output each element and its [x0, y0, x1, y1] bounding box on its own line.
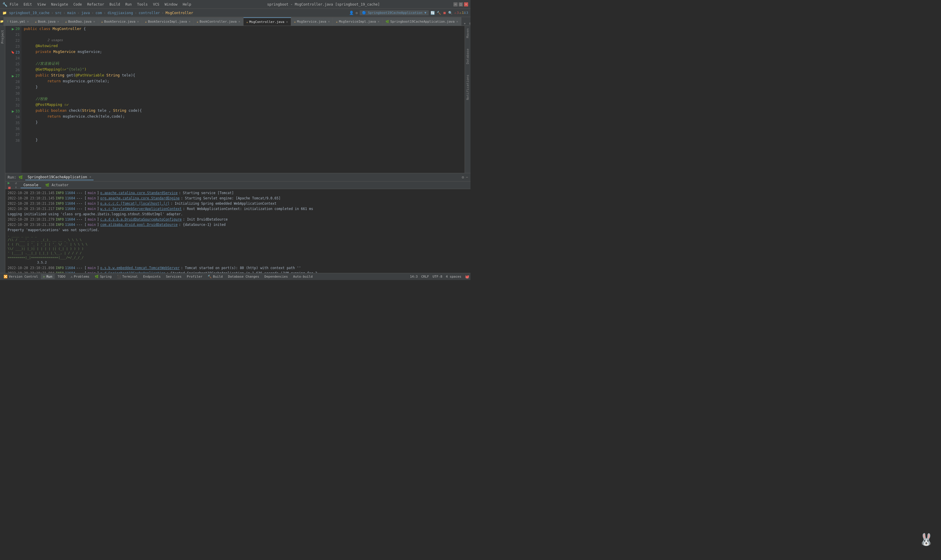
vcs-icon: 🔀 [3, 275, 8, 278]
line-ending[interactable]: CRLF [421, 275, 429, 278]
code-line-30 [24, 90, 462, 96]
search-icon[interactable]: 🔍 [448, 11, 452, 15]
menu-view[interactable]: View [35, 2, 48, 7]
breadcrumb-pkg[interactable]: dingjiaxiong [108, 11, 133, 15]
database-changes-button[interactable]: Database Changes [226, 274, 261, 279]
java-icon-3: ☕ [145, 20, 147, 23]
maven-panel-label[interactable]: Maven [465, 26, 470, 40]
problems-button[interactable]: ⚠ Problems [68, 274, 92, 279]
tab-bookcontroller-java[interactable]: ☕ BookController.java × [194, 17, 243, 26]
tab-close-8[interactable]: × [378, 20, 379, 23]
tab-msgcontroller-java[interactable]: ☕ MsgController.java × [243, 17, 291, 26]
tab-bookserviceimpl-java[interactable]: ☕ BookServiceImpl.java × [142, 17, 194, 26]
refresh-icon[interactable]: 🔄 [431, 11, 435, 15]
console-tab-console[interactable]: Console [21, 182, 42, 188]
run-button[interactable]: ▶ Run [41, 274, 55, 279]
console-output[interactable]: 2022-10-20 23:10:21.145 INFO 11604 --- [… [5, 189, 470, 273]
menu-refactor[interactable]: Refactor [85, 2, 106, 7]
run-settings-icon[interactable]: ⚙ [462, 175, 464, 179]
tab-application-yml[interactable]: Y tion.yml × [4, 17, 32, 26]
indent-settings[interactable]: 4 spaces [446, 275, 461, 278]
console-run-icon[interactable]: ▶ [8, 181, 11, 185]
minimize-button[interactable]: ─ [454, 2, 458, 6]
breadcrumb-class[interactable]: MsgController [166, 11, 193, 15]
cursor-position[interactable]: 14:3 [410, 275, 418, 278]
run-config-dropdown[interactable]: 🔵 Springboot19CacheApplication ▼ [360, 10, 429, 15]
menu-edit[interactable]: Edit [21, 2, 34, 7]
tab-bookservice-java[interactable]: ☕ BookService.java × [98, 17, 142, 26]
code-line-25: //发送验证码 [24, 61, 462, 66]
tab-close-6[interactable]: × [286, 20, 288, 23]
run-close-icon[interactable]: × [89, 175, 91, 178]
dependencies-button[interactable]: Dependencies [262, 274, 290, 279]
version-control-button[interactable]: 🔀 Version Control [1, 274, 40, 279]
run-icon-20[interactable]: ▶ [12, 26, 14, 32]
todo-button[interactable]: TODO [55, 274, 68, 279]
bookmark-icon-23: 🔖 [11, 49, 14, 55]
run-icon-33[interactable]: ▶ [12, 108, 14, 114]
services-button[interactable]: Services [163, 274, 184, 279]
menu-help[interactable]: Help [180, 2, 194, 7]
console-scroll-icon[interactable]: ⬇ [15, 186, 17, 189]
menu-file[interactable]: File [7, 2, 21, 7]
database-panel-label[interactable]: Database [465, 46, 470, 66]
stop-icon[interactable]: ⏹ [443, 11, 446, 15]
breadcrumb-controller[interactable]: controller [139, 11, 160, 15]
menu-run[interactable]: Run [123, 2, 134, 7]
close-button[interactable]: × [464, 2, 468, 6]
menu-build[interactable]: Build [107, 2, 122, 7]
profiler-button[interactable]: Profiler [185, 274, 204, 279]
endpoints-button[interactable]: Endpoints [141, 274, 163, 279]
run-collapse-icon[interactable]: − [466, 175, 468, 179]
tab-close-4[interactable]: × [189, 20, 191, 23]
breadcrumb-project[interactable]: springboot_19_cache [9, 11, 49, 15]
tab-close-9[interactable]: × [457, 20, 458, 23]
breadcrumb-main[interactable]: main [67, 11, 75, 15]
menu-code[interactable]: Code [71, 2, 85, 7]
project-sidebar-toggle[interactable]: 📁 [0, 17, 4, 26]
run-icon-27[interactable]: ▶ [12, 73, 14, 79]
code-content[interactable]: public class MsgController { 2 usages @A… [22, 26, 464, 173]
run-label: Run: [8, 175, 16, 179]
code-line-hint: 2 usages [24, 38, 462, 43]
tab-close-2[interactable]: × [93, 20, 95, 23]
breadcrumb-java[interactable]: java [81, 11, 90, 15]
console-tab-actuator[interactable]: 🌿 Actuator [42, 182, 71, 188]
build-icon[interactable]: 🔨 [437, 11, 441, 15]
tab-msgservice-java[interactable]: ☕ MsgService.java × [291, 17, 333, 26]
menu-navigate[interactable]: Navigate [49, 2, 71, 7]
tab-close-3[interactable]: × [137, 20, 139, 23]
breadcrumb-src[interactable]: src [55, 11, 62, 15]
log-line-5: Logging initialized using 'class org.apa… [8, 211, 468, 217]
tab-msgserviceimpl-java[interactable]: ☕ MsgServiceImpl.java × [333, 17, 383, 26]
run-app-tab[interactable]: Springboot19CacheApplication × [25, 174, 94, 180]
menu-vcs[interactable]: VCS [151, 2, 162, 7]
file-encoding[interactable]: UTF-8 [432, 275, 442, 278]
tab-bookdao-java[interactable]: ☕ BookDao.java × [62, 17, 98, 26]
terminal-button[interactable]: ⬛ Terminal [115, 274, 140, 279]
more-tabs-button[interactable]: ▾ [463, 22, 467, 26]
build-button[interactable]: 🔨 Build [205, 274, 225, 279]
menu-tools[interactable]: Tools [135, 2, 150, 7]
maximize-button[interactable]: □ [459, 2, 463, 6]
console-rerun-icon[interactable]: ↺ [15, 181, 17, 185]
tab-close-5[interactable]: × [238, 20, 240, 23]
tab-close-1[interactable]: × [57, 20, 59, 23]
tab-springboot-app-java[interactable]: 🌿 Springboot19CacheApplication.java × [383, 17, 461, 26]
breadcrumb-com[interactable]: com [95, 11, 102, 15]
project-activity-item[interactable]: Project [0, 28, 5, 45]
java-icon-0: ☕ [35, 20, 37, 23]
auto-build-button[interactable]: Auto-build [291, 274, 315, 279]
tab-book-java[interactable]: ☕ Book.java × [32, 17, 62, 26]
line-numbers: ▶20 21 22 23 🔖23 24 25 26 ▶27 28 29 30 3… [5, 26, 22, 173]
split-editor-button[interactable]: ⊟ [468, 22, 470, 26]
tab-close-0[interactable]: × [27, 20, 29, 23]
spring-button[interactable]: 🌿 Spring [92, 274, 114, 279]
terminal-icon: ⬛ [117, 275, 121, 278]
notifications-panel-label[interactable]: Notifications [465, 72, 470, 102]
tab-close-7[interactable]: × [328, 20, 330, 23]
menu-window[interactable]: Window [162, 2, 180, 7]
code-line-26: @GetMapping(☉✓"{tele}") [24, 66, 462, 72]
settings-gear-icon[interactable]: ⚙ [355, 11, 358, 15]
profile-icon[interactable]: 👤 [349, 11, 354, 15]
